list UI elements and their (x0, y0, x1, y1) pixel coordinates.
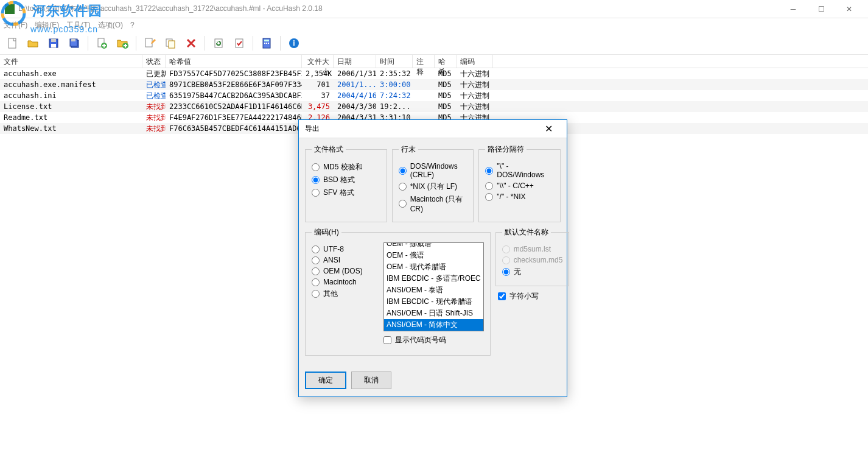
cell-status: 未找到 (142, 101, 166, 113)
cell-status: 已检查 (142, 79, 166, 91)
calculator-icon (261, 37, 273, 49)
path-sep-option[interactable]: "\" - DOS/Windows (485, 162, 554, 179)
minimize-button[interactable]: ─ (779, 0, 807, 18)
encoding-list-item[interactable]: ANSI/OEM - 泰语 (384, 284, 483, 296)
add-file-button[interactable] (92, 33, 111, 53)
cell-time: 7:24:32 (376, 91, 413, 100)
col-encoding[interactable]: 编码 (457, 55, 493, 68)
encoding-list-item[interactable]: IBM EBCDIC - 多语言/ROEC (384, 273, 483, 284)
cell-file: accuhash.ini (0, 91, 142, 100)
edit-button[interactable] (140, 33, 159, 53)
col-time[interactable]: 时间 (376, 55, 413, 68)
col-size[interactable]: 文件大小 (302, 55, 334, 68)
dialog-titlebar[interactable]: 导出 ✕ (299, 120, 567, 138)
encoding-list-item[interactable]: OEM - 俄语 (384, 250, 483, 261)
menu-file[interactable]: 文件(F) (4, 20, 27, 30)
menu-tools[interactable]: 工具(T) (66, 20, 90, 30)
lowercase-checkbox[interactable]: 字符小写 (498, 291, 570, 301)
line-ending-legend: 行末 (399, 144, 418, 155)
save-as-button[interactable] (65, 33, 84, 53)
encoding-list-item[interactable]: OEM - 挪威语 (384, 242, 483, 250)
path-sep-option[interactable]: "/" - *NIX (485, 192, 554, 201)
file-format-option[interactable]: SFV 格式 (312, 188, 380, 198)
file-format-option[interactable]: BSD 格式 (312, 175, 380, 185)
file-format-option[interactable]: MD5 校验和 (312, 162, 380, 172)
default-name-option: md5sum.lst (502, 245, 563, 253)
encoding-list-item[interactable]: IBM EBCDIC - 现代希腊语 (384, 296, 483, 308)
svg-rect-14 (236, 39, 243, 48)
verify-button[interactable] (229, 33, 249, 53)
cell-status: 已更新 (142, 68, 166, 80)
table-row[interactable]: License.txt未找到2233CC6610C52ADA4F1D11F461… (0, 101, 868, 112)
floppy-icon (47, 37, 60, 49)
cell-date: 2006/1/31 (334, 69, 376, 79)
cell-size: 701 (302, 80, 334, 90)
dialog-close-button[interactable]: ✕ (536, 120, 561, 138)
calculator-button[interactable] (257, 33, 276, 53)
cell-date: 2001/1... (334, 80, 376, 90)
menu-options[interactable]: 选项(O) (98, 20, 123, 30)
open-button[interactable] (23, 33, 43, 53)
show-codepage-checkbox[interactable]: 显示代码页号码 (383, 335, 484, 345)
cell-hash: FD37557C4F5D77025C3808F23FB45F27 (166, 69, 302, 79)
document-icon (6, 37, 18, 49)
line-ending-option[interactable]: DOS/Windows (CRLF) (399, 162, 467, 179)
folder-plus-icon (116, 37, 128, 49)
col-hashtype[interactable]: 哈希 (435, 55, 457, 68)
cell-hash: 8971CBEB0A53F2E866E6F3AF097F3344 (166, 80, 302, 90)
cell-hash: F76C63A5B457CBEDF4C614A4151AD67A (166, 124, 302, 133)
cell-hash: 2233CC6610C52ADA4F1D11F46146C6BE (166, 102, 302, 111)
cell-time: 2:35:32 (376, 69, 413, 79)
save-button[interactable] (44, 33, 63, 53)
encoding-list-item[interactable]: ANSI/OEM - 日语 Shift-JIS (384, 308, 483, 319)
encoding-option[interactable]: UTF-8 (312, 245, 379, 253)
refresh-button[interactable] (209, 33, 228, 53)
copy-button[interactable] (161, 33, 180, 53)
cell-status: 未找到 (142, 123, 166, 135)
maximize-button[interactable]: ☐ (807, 0, 835, 18)
cell-file: accuhash.exe (0, 69, 142, 79)
default-name-option[interactable]: 无 (502, 267, 563, 277)
line-ending-option[interactable]: *NIX (只有 LF) (399, 181, 467, 192)
line-ending-option[interactable]: Macintoch (只有 CR) (399, 194, 467, 213)
toolbar: i (0, 32, 868, 55)
cell-hash: F4E9AF276D1F3EE77EA44222174846E8 (166, 113, 302, 122)
cancel-button[interactable]: 取消 (351, 372, 391, 389)
path-sep-option[interactable]: "\\" - C/C++ (485, 181, 554, 190)
table-row[interactable]: accuhash.exe.manifest已检查8971CBEB0A53F2E8… (0, 79, 868, 90)
delete-button[interactable] (181, 33, 201, 53)
table-row[interactable]: accuhash.ini已检查6351975B447CACB2D6AC395A3… (0, 90, 868, 101)
cell-encoding: 十六进制 (457, 79, 493, 91)
encoding-legend: 编码(H) (312, 227, 341, 238)
cell-encoding: 十六进制 (457, 90, 493, 102)
encoding-option[interactable]: ANSI (312, 256, 379, 264)
menu-help[interactable]: ? (130, 21, 135, 29)
new-button[interactable] (2, 33, 22, 53)
cell-date: 2004/4/16 (334, 91, 376, 100)
cell-time: 19:2... (376, 102, 413, 111)
table-row[interactable]: accuhash.exe已更新FD37557C4F5D77025C3808F23… (0, 68, 868, 79)
col-date[interactable]: 日期 (334, 55, 376, 68)
encoding-listbox[interactable]: OEM - 希伯来语OEM - 加拿大法语OEM - 阿拉伯语OEM - 挪威语… (383, 242, 484, 331)
svg-rect-18 (266, 43, 267, 44)
col-hash[interactable]: 哈希值 (166, 55, 302, 68)
check-document-icon (233, 37, 245, 49)
encoding-list-item[interactable]: ANSI/OEM - 简体中文 (384, 319, 483, 331)
encoding-list-item[interactable]: OEM - 现代希腊语 (384, 261, 483, 273)
col-note[interactable]: 注释 (413, 55, 435, 68)
encoding-option[interactable]: Macintoch (312, 278, 379, 286)
col-status[interactable]: 状态 (142, 55, 166, 68)
menu-edit[interactable]: 编辑(E) (35, 20, 59, 30)
info-button[interactable]: i (284, 33, 304, 53)
floppy-multi-icon (68, 37, 80, 49)
window-title: D:\tools\桌面\河东软件园\accuhash_31722\accuhas… (18, 4, 779, 14)
col-file[interactable]: 文件 (0, 55, 142, 68)
dialog-title: 导出 (305, 124, 536, 134)
encoding-option[interactable]: 其他 (312, 289, 379, 299)
add-folder-button[interactable] (113, 33, 132, 53)
svg-rect-3 (51, 44, 56, 48)
ok-button[interactable]: 确定 (305, 372, 346, 389)
cell-size: 37 (302, 91, 334, 100)
close-button[interactable]: ✕ (835, 0, 863, 18)
encoding-option[interactable]: OEM (DOS) (312, 267, 379, 275)
